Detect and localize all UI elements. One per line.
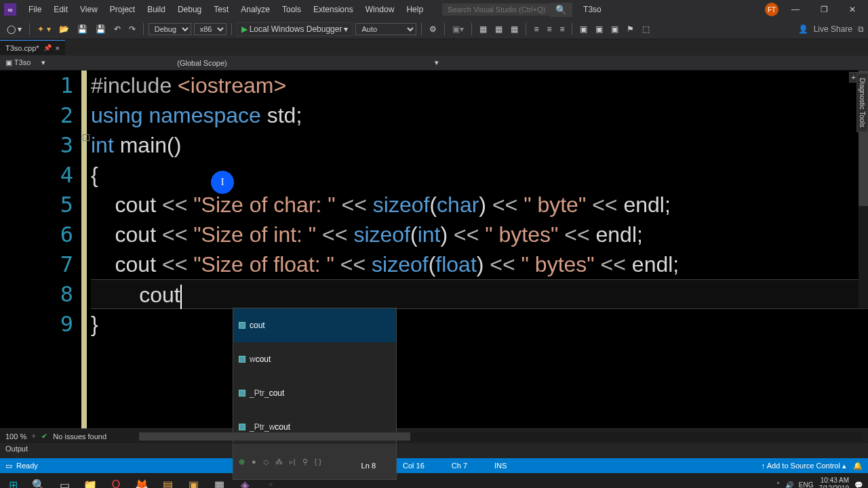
code-line-2: using namespace std; bbox=[91, 100, 868, 130]
scope-dropdown[interactable]: (Global Scope) bbox=[172, 58, 429, 68]
redo-button[interactable]: ↷ bbox=[126, 23, 138, 35]
tb-icon-7[interactable]: ≡ bbox=[557, 23, 567, 35]
menu-tools[interactable]: Tools bbox=[277, 2, 307, 17]
editor[interactable]: 1 2 3 4 5 6 7 8 9 - #include <iostream> … bbox=[0, 70, 868, 428]
menu-extensions[interactable]: Extensions bbox=[308, 2, 359, 17]
play-icon: ▶ bbox=[241, 24, 248, 34]
save-all-button[interactable]: 💾 bbox=[93, 23, 108, 35]
field-icon bbox=[239, 356, 245, 363]
tb-icon-1[interactable]: ▣▾ bbox=[450, 23, 467, 35]
search-taskbar-icon[interactable]: 🔍 bbox=[26, 473, 52, 488]
auto-select[interactable]: Auto bbox=[355, 23, 416, 35]
member-dropdown[interactable]: ▾ bbox=[429, 57, 687, 68]
start-button[interactable]: ⊞ bbox=[0, 473, 26, 488]
breadcrumb-nav-dropdown[interactable]: ▾ bbox=[36, 57, 172, 68]
tb-icon-6[interactable]: ≡ bbox=[544, 23, 554, 35]
tb-icon-12[interactable]: ⬚ bbox=[639, 23, 652, 35]
fold-icon[interactable]: - bbox=[83, 134, 90, 141]
horizontal-scrollbar[interactable] bbox=[139, 432, 863, 441]
source-control-button[interactable]: ↑ Add to Source Control ▴ bbox=[762, 462, 846, 470]
app-icon-2[interactable]: ▫ bbox=[258, 473, 283, 488]
toolbar: ◯ ▾ ✦ ▾ 📂 💾 💾 ↶ ↷ Debug x86 ▶ Local Wind… bbox=[0, 19, 868, 39]
save-button[interactable]: 💾 bbox=[75, 23, 90, 35]
output-panel[interactable]: Output bbox=[0, 443, 868, 458]
minimize-button[interactable]: — bbox=[784, 1, 807, 18]
breadcrumb-project[interactable]: ▣ T3so bbox=[0, 57, 36, 68]
titlebar: ∞ File Edit View Project Build Debug Tes… bbox=[0, 0, 868, 19]
taskview-icon[interactable]: ▭ bbox=[52, 473, 77, 488]
menu-debug[interactable]: Debug bbox=[172, 2, 207, 17]
menu-edit[interactable]: Edit bbox=[48, 2, 73, 17]
close-window-button[interactable]: ✕ bbox=[841, 1, 864, 18]
undo-button[interactable]: ↶ bbox=[111, 23, 123, 35]
tb-icon-11[interactable]: ⚑ bbox=[624, 23, 637, 35]
language-indicator[interactable]: ENG bbox=[799, 481, 814, 489]
status-bar: ▭ Ready Ln 8 Col 16 Ch 7 INS ↑ Add to So… bbox=[0, 458, 868, 473]
filter-icon[interactable]: ◇ bbox=[263, 447, 269, 476]
tb-icon-2[interactable]: ▦ bbox=[477, 23, 490, 35]
tb-icon-10[interactable]: ▣ bbox=[608, 23, 621, 35]
code-line-9: } bbox=[91, 309, 868, 339]
platform-select[interactable]: x86 bbox=[194, 23, 226, 35]
gutter: 1 2 3 4 5 6 7 8 9 bbox=[0, 70, 81, 428]
new-item-button[interactable]: ✦ ▾ bbox=[35, 23, 53, 35]
search-input[interactable] bbox=[442, 3, 551, 16]
filter-icon[interactable]: ⚲ bbox=[302, 447, 308, 476]
pin-icon[interactable]: 📌 bbox=[43, 44, 52, 52]
nav-back-button[interactable]: ◯ ▾ bbox=[4, 23, 24, 35]
menu-analyze[interactable]: Analyze bbox=[235, 2, 275, 17]
filter-icon[interactable]: ⊕ bbox=[239, 447, 245, 476]
vs-logo-icon: ∞ bbox=[4, 3, 16, 16]
explorer-icon[interactable]: 📁 bbox=[77, 473, 103, 488]
notifications-icon[interactable]: 🔔 bbox=[853, 462, 863, 470]
config-select[interactable]: Debug bbox=[149, 23, 191, 35]
menu-test[interactable]: Test bbox=[208, 2, 234, 17]
speaker-icon[interactable]: 🔊 bbox=[785, 481, 793, 489]
opera-icon[interactable]: O bbox=[103, 473, 129, 488]
tb-icon-8[interactable]: ▣ bbox=[577, 23, 590, 35]
liveshare-button[interactable]: Live Share bbox=[814, 24, 852, 34]
menu-help[interactable]: Help bbox=[401, 2, 429, 17]
maximize-button[interactable]: ❐ bbox=[812, 1, 835, 18]
filter-icon[interactable]: ▹| bbox=[290, 447, 296, 476]
filter-icon[interactable]: { } bbox=[315, 447, 321, 476]
zoom-level[interactable]: 100 % bbox=[5, 432, 26, 441]
open-button[interactable]: 📂 bbox=[56, 23, 72, 35]
toolbox-icon[interactable]: ⚙ bbox=[427, 23, 439, 35]
tb-icon-4[interactable]: ▦ bbox=[508, 23, 521, 35]
start-debugger-button[interactable]: ▶ Local Windows Debugger ▾ bbox=[237, 22, 353, 36]
clock[interactable]: 10:43 AM 7/12/2019 bbox=[819, 476, 850, 488]
diagnostic-tools-tab[interactable]: Diagnostic Tools bbox=[856, 73, 868, 132]
intellisense-popup[interactable]: cout wcout _Ptr_cout _Ptr_wcout ⊕ ● ◇ ⁂ … bbox=[233, 308, 397, 480]
tray-chevron-icon[interactable]: ˄ bbox=[776, 481, 780, 489]
change-margin bbox=[81, 70, 87, 428]
tb-icon-3[interactable]: ▦ bbox=[492, 23, 505, 35]
menu-build[interactable]: Build bbox=[142, 2, 171, 17]
tb-icon-5[interactable]: ≡ bbox=[531, 23, 541, 35]
tb-icon-9[interactable]: ▣ bbox=[593, 23, 606, 35]
app-icon[interactable]: ▦ bbox=[206, 473, 232, 488]
code-line-1: #include <iostream> bbox=[91, 70, 868, 100]
filter-icon[interactable]: ● bbox=[252, 447, 256, 476]
intellisense-item-wcout[interactable]: wcout bbox=[233, 342, 396, 376]
user-avatar[interactable]: FT bbox=[765, 3, 778, 16]
intellisense-item-ptrcout[interactable]: _Ptr_cout bbox=[233, 376, 396, 410]
feedback-icon[interactable]: ⧉ bbox=[858, 24, 864, 34]
menu-project[interactable]: Project bbox=[104, 2, 140, 17]
tab-close-button[interactable]: × bbox=[56, 44, 60, 52]
menu-file[interactable]: File bbox=[23, 2, 47, 17]
firefox-icon[interactable]: 🦊 bbox=[129, 473, 155, 488]
tab-label: T3so.cpp* bbox=[5, 44, 39, 52]
sublime-icon[interactable]: ▤ bbox=[155, 473, 180, 488]
code-area[interactable]: - #include <iostream> using namespace st… bbox=[87, 70, 868, 428]
search-button[interactable]: 🔍 bbox=[550, 3, 572, 17]
tab-t3so-cpp[interactable]: T3so.cpp* 📌 × bbox=[0, 40, 65, 55]
intellisense-item-cout[interactable]: cout bbox=[233, 308, 396, 342]
notification-center-icon[interactable]: 💬 bbox=[854, 481, 863, 489]
code-line-4: { bbox=[91, 160, 868, 190]
menu-view[interactable]: View bbox=[75, 2, 103, 17]
filter-icon[interactable]: ⁂ bbox=[275, 447, 283, 476]
issues-status[interactable]: No issues found bbox=[53, 432, 106, 441]
xampp-icon[interactable]: ▣ bbox=[180, 473, 206, 488]
menu-window[interactable]: Window bbox=[360, 2, 400, 17]
